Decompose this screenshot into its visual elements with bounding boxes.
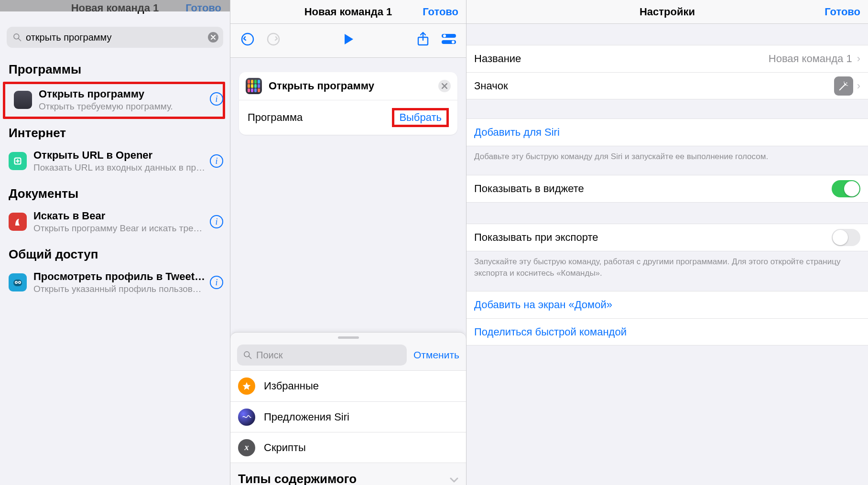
search-input[interactable]: открыть программу: [7, 27, 223, 48]
show-on-export-cell[interactable]: Показывать при экспорте: [467, 224, 868, 251]
cell-value: Новая команда 1: [769, 53, 852, 65]
cell-link: Добавить на экран «Домой»: [474, 299, 612, 311]
tweetbot-icon: [9, 273, 27, 291]
sheet-search-input[interactable]: Поиск: [237, 345, 407, 366]
name-cell[interactable]: Название Новая команда 1 ›: [467, 45, 868, 72]
sheet-item-label: Скрипты: [264, 442, 306, 454]
clear-icon[interactable]: [208, 32, 218, 43]
bear-title: Искать в Bear: [33, 210, 206, 222]
done-button[interactable]: Готово: [423, 6, 458, 18]
cell-label: Показывать в виджете: [474, 183, 832, 195]
action-card-title: Открыть программу: [269, 80, 438, 92]
opener-title: Открыть URL в Opener: [33, 149, 206, 162]
action-card-open-app: Открыть программу Программа Выбрать: [239, 72, 457, 135]
info-icon[interactable]: i: [210, 92, 223, 106]
svg-point-6: [16, 282, 17, 283]
icon-cell[interactable]: Значок ›: [467, 72, 868, 99]
bear-subtitle: Открыть программу Bear и искать требу…: [33, 223, 206, 234]
nav-title: Новая команда 1: [304, 6, 392, 18]
svg-point-18: [847, 85, 848, 86]
editor-toolbar: [230, 24, 466, 58]
cell-link: Добавить для Siri: [474, 126, 560, 139]
chevron-right-icon: ›: [857, 53, 860, 65]
action-param-row[interactable]: Программа Выбрать: [239, 100, 457, 135]
sheet-item-scripts[interactable]: x Скрипты: [230, 432, 466, 463]
pane-search-actions: Новая команда 1 Готово открыть программу…: [0, 0, 230, 485]
redo-button[interactable]: [265, 31, 282, 48]
sheet-item-label: Избранные: [264, 380, 319, 392]
export-toggle[interactable]: [832, 229, 860, 246]
action-open-url-opener[interactable]: Открыть URL в Opener Показать URL из вхо…: [0, 145, 230, 178]
svg-line-1: [19, 39, 21, 41]
info-icon[interactable]: i: [210, 154, 223, 168]
app-grid-icon: [14, 91, 32, 109]
settings-toggle-button[interactable]: [440, 31, 457, 48]
undo-button[interactable]: [239, 31, 256, 48]
add-to-home-cell[interactable]: Добавить на экран «Домой»: [467, 291, 868, 318]
nav-title: Настройки: [640, 6, 695, 18]
action-search-bear[interactable]: Искать в Bear Открыть программу Bear и и…: [0, 206, 230, 238]
opener-icon: [9, 152, 27, 170]
share-button[interactable]: [414, 31, 432, 48]
chevron-down-icon: [450, 472, 458, 485]
siri-footer: Добавьте эту быструю команду для Siri и …: [467, 146, 868, 172]
svg-point-12: [443, 34, 446, 37]
sheet-section-label: Типы содержимого: [238, 472, 357, 485]
svg-point-14: [452, 41, 455, 43]
search-value: открыть программу: [26, 32, 208, 43]
opener-subtitle: Показать URL из входных данных в прог…: [33, 162, 206, 173]
script-icon: x: [238, 439, 255, 456]
action-tweetbot-profile[interactable]: Просмотреть профиль в Tweet… Открыть ука…: [0, 267, 230, 299]
sheet-search-placeholder: Поиск: [256, 350, 282, 361]
svg-line-16: [249, 356, 251, 359]
share-shortcut-cell[interactable]: Поделиться быстрой командой: [467, 318, 868, 345]
magic-wand-icon: [834, 76, 853, 96]
cell-link: Поделиться быстрой командой: [474, 326, 627, 338]
info-icon[interactable]: i: [210, 215, 223, 228]
sheet-grabber-icon[interactable]: [338, 336, 359, 339]
section-internet-header: Интернет: [0, 117, 230, 145]
search-icon: [12, 32, 22, 42]
sheet-cancel-button[interactable]: Отменить: [413, 349, 459, 361]
cell-label: Название: [474, 53, 769, 65]
svg-point-17: [846, 82, 847, 83]
hidden-nav-done[interactable]: Готово: [185, 2, 221, 14]
show-in-widget-cell[interactable]: Показывать в виджете: [467, 175, 868, 202]
action-open-app-subtitle: Открыть требуемую программу.: [39, 101, 216, 112]
hidden-navbar: Новая команда 1 Готово: [0, 0, 230, 22]
search-icon: [243, 350, 252, 360]
tweetbot-title: Просмотреть профиль в Tweet…: [33, 270, 206, 283]
siri-icon: [238, 409, 255, 426]
tweetbot-subtitle: Открыть указанный профиль пользовате…: [33, 284, 206, 294]
cell-label: Значок: [474, 80, 834, 92]
choose-app-link[interactable]: Выбрать: [392, 108, 449, 127]
export-footer: Запускайте эту быструю команду, работая …: [467, 251, 868, 289]
action-param-label: Программа: [248, 111, 303, 124]
bear-icon: [9, 213, 27, 231]
sheet-item-siri[interactable]: Предложения Siri: [230, 401, 466, 432]
svg-point-19: [844, 81, 845, 82]
add-to-siri-cell[interactable]: Добавить для Siri: [467, 119, 868, 146]
done-button[interactable]: Готово: [825, 6, 860, 18]
sheet-item-label: Предложения Siri: [264, 411, 349, 423]
play-button[interactable]: [340, 31, 357, 48]
action-open-app-title: Открыть программу: [39, 88, 216, 100]
app-grid-icon: [246, 78, 262, 94]
svg-point-7: [19, 282, 20, 283]
navbar: Настройки Готово: [467, 0, 868, 24]
cell-label: Показывать при экспорте: [474, 231, 832, 244]
bottom-sheet[interactable]: Поиск Отменить Избранные Предложения Sir…: [230, 332, 466, 485]
section-sharing-header: Общий доступ: [0, 238, 230, 267]
info-icon[interactable]: i: [210, 276, 223, 289]
pane-settings: Настройки Готово Название Новая команда …: [467, 0, 868, 485]
sheet-content-types-header[interactable]: Типы содержимого: [230, 463, 466, 485]
chevron-right-icon: ›: [857, 80, 860, 92]
sheet-item-favorites[interactable]: Избранные: [230, 371, 466, 401]
star-icon: [238, 377, 255, 395]
section-documents-header: Документы: [0, 178, 230, 206]
pane-shortcut-editor: Новая команда 1 Готово: [230, 0, 467, 485]
widget-toggle[interactable]: [832, 180, 860, 197]
navbar: Новая команда 1 Готово: [230, 0, 466, 24]
section-programs-header: Программы: [0, 54, 230, 82]
remove-action-icon[interactable]: [438, 80, 451, 92]
